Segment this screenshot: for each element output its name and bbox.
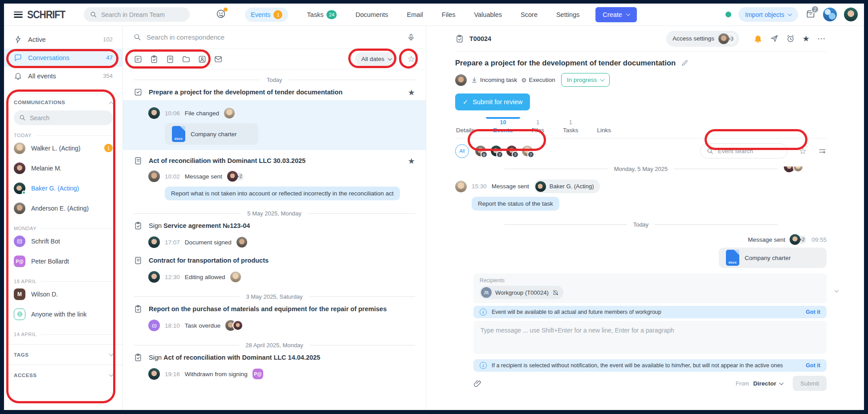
document-icon[interactable] [166, 55, 175, 64]
communications-search-input[interactable]: Search [14, 110, 113, 125]
more-menu-icon[interactable]: ⋯ [817, 33, 827, 44]
nav-files[interactable]: Files [442, 11, 456, 18]
got-it-button[interactable]: Got it [806, 309, 820, 315]
tray-button[interactable]: 2 [805, 8, 816, 21]
nav-email[interactable]: Email [407, 11, 423, 18]
feed-event-row[interactable]: 18:10 Task overdue [123, 319, 426, 332]
communications-header[interactable]: COMMUNICATIONS [4, 100, 122, 105]
star-filled-icon[interactable]: ★ [408, 88, 415, 97]
nav-events[interactable]: Events 1 [245, 8, 288, 22]
task-id: T00024 [469, 35, 491, 42]
status-dropdown[interactable]: In progress [561, 73, 610, 87]
recipient-chip[interactable]: Baker G. (Acting) [534, 179, 600, 193]
tab-links[interactable]: Links [596, 118, 612, 138]
tab-files[interactable]: 1Files [531, 118, 546, 138]
person-melanie[interactable]: Melanie M. [4, 158, 122, 178]
event-action: Withdrawn from signing [185, 371, 248, 377]
feed-item-title-row[interactable]: Sign Act of reconciliation with Dominant… [123, 353, 426, 362]
participant-avatar[interactable]: 7 [506, 146, 517, 156]
feed-item-title-row[interactable]: Act of reconciliation with Dominant LLC … [123, 156, 426, 166]
attachment-chip[interactable]: docx Company charter [719, 248, 827, 268]
import-objects-button[interactable]: Import objects [738, 7, 798, 22]
create-label: Create [603, 11, 622, 18]
event-count-badge: 7 [496, 151, 503, 158]
banner-text: Event will be available to all actual an… [492, 309, 661, 315]
paperclip-icon[interactable] [473, 379, 482, 388]
participant-avatar[interactable]: 7 [522, 146, 533, 156]
task-clipboard-icon[interactable] [150, 55, 159, 64]
event-type-filters [134, 55, 223, 64]
support-bot-button[interactable] [216, 8, 226, 21]
nav-valuables[interactable]: Valuables [474, 11, 502, 18]
access-settings-button[interactable]: Access settings +3 [666, 31, 739, 47]
feed-event-row[interactable]: 12:30 Editing allowed [123, 270, 426, 284]
feed-note-icon[interactable] [134, 55, 143, 64]
attachment-chip[interactable]: docx Company charter [165, 123, 258, 145]
incoming-arrow-icon [471, 77, 478, 84]
submit-for-review-button[interactable]: ✓ Submit for review [455, 93, 530, 110]
sidebar-section-access[interactable]: ACCESS [4, 365, 122, 385]
feed-item-title-row[interactable]: Report on the purchase of materials and … [123, 304, 426, 313]
person-wilson[interactable]: M Wilson D. [4, 284, 122, 304]
tab-events[interactable]: 10Events [492, 118, 513, 138]
person-anyone-link[interactable]: Anyone with the link [4, 304, 122, 324]
correspondence-search-input[interactable]: Search in correspondence [123, 26, 426, 49]
person-anderson[interactable]: Anderson E. (Acting) [4, 198, 122, 218]
global-search-input[interactable]: Search in Dream Team [84, 7, 190, 22]
participant-avatar[interactable]: 9 [475, 146, 486, 156]
starred-events-button[interactable]: ☆ [799, 146, 807, 156]
message-input[interactable]: Type message ... use Shift+Enter for a n… [473, 321, 827, 354]
star-filled-icon[interactable]: ★ [408, 156, 415, 166]
favorites-filter-button[interactable]: ☆ [408, 54, 415, 64]
person-schrift-bot[interactable]: Schrift Bot [4, 231, 122, 251]
person-baker[interactable]: Baker G. (Acting) [4, 178, 122, 198]
date-filter-dropdown[interactable]: All dates [355, 52, 398, 66]
filter-sliders-icon[interactable] [818, 147, 827, 155]
nav-settings[interactable]: Settings [556, 11, 579, 18]
filter-all-button[interactable]: All [455, 144, 469, 158]
send-plane-icon[interactable] [770, 34, 778, 43]
nav-score[interactable]: Score [521, 11, 538, 18]
sidebar-section-tags[interactable]: TAGS [4, 344, 122, 365]
feed-item-title-row[interactable]: Prepare a project for the development of… [123, 88, 426, 97]
event-search-input[interactable]: Event search [700, 143, 787, 158]
feed-event-row[interactable]: 10:06 File changed [123, 106, 426, 120]
sidebar-item-active[interactable]: Active 102 [4, 30, 122, 49]
sidebar-item-all-events[interactable]: All events 354 [4, 67, 122, 85]
from-dropdown[interactable]: Director [753, 380, 783, 387]
workspace-avatar[interactable] [823, 8, 837, 21]
recipients-block[interactable]: Recipients Workgroup (T00024) [473, 273, 827, 303]
person-walker[interactable]: Walker L. (Acting) 1 [4, 138, 122, 158]
tab-tasks[interactable]: 1Tasks [562, 118, 579, 138]
contact-card-icon[interactable] [198, 55, 207, 64]
tab-details[interactable]: Details [455, 118, 475, 138]
edit-pencil-icon[interactable] [681, 59, 689, 67]
globe-icon [16, 311, 23, 317]
got-it-button[interactable]: Got it [806, 362, 820, 369]
person-peter[interactable]: P@ Peter Bollardt [4, 251, 122, 271]
workgroup-chip[interactable]: Workgroup (T00024) [480, 286, 563, 299]
nav-documents[interactable]: Documents [355, 11, 388, 18]
create-button[interactable]: Create [595, 7, 637, 22]
feed-item-title-row[interactable]: Contract for transportation of products [123, 256, 426, 265]
envelope-icon[interactable] [214, 55, 223, 64]
timeline-event-outgoing[interactable]: Message sent +2 09:55 [455, 234, 827, 245]
feed-event-row[interactable]: 17:07 Document signed [123, 235, 426, 249]
alarm-clock-icon[interactable] [786, 34, 795, 43]
task-action-icons: ★ ⋯ [754, 33, 827, 44]
microphone-icon[interactable] [407, 33, 415, 41]
feed-item-title-row[interactable]: Sign Service agreement №123-04 [123, 221, 426, 230]
timeline-event[interactable]: 15:30 Message sent Baker G. (Acting) [455, 179, 827, 193]
participant-avatar[interactable]: 7 [491, 146, 501, 156]
feed-event-row[interactable]: 19:16 Withdrawn from signing P@ [123, 367, 426, 381]
feed-event-row[interactable]: 10:02 Message sent +2 [123, 170, 426, 183]
task-type: Incoming task [471, 77, 517, 84]
sidebar-item-conversations[interactable]: Conversations 47 [4, 49, 122, 67]
star-filled-icon[interactable]: ★ [803, 34, 810, 44]
folder-icon[interactable] [182, 55, 191, 64]
nav-tasks[interactable]: Tasks 24 [307, 10, 337, 19]
submit-button[interactable]: Submit [793, 376, 827, 391]
user-avatar[interactable] [844, 8, 858, 21]
menu-icon[interactable] [14, 12, 23, 18]
notifications-bell-icon[interactable] [754, 34, 762, 43]
